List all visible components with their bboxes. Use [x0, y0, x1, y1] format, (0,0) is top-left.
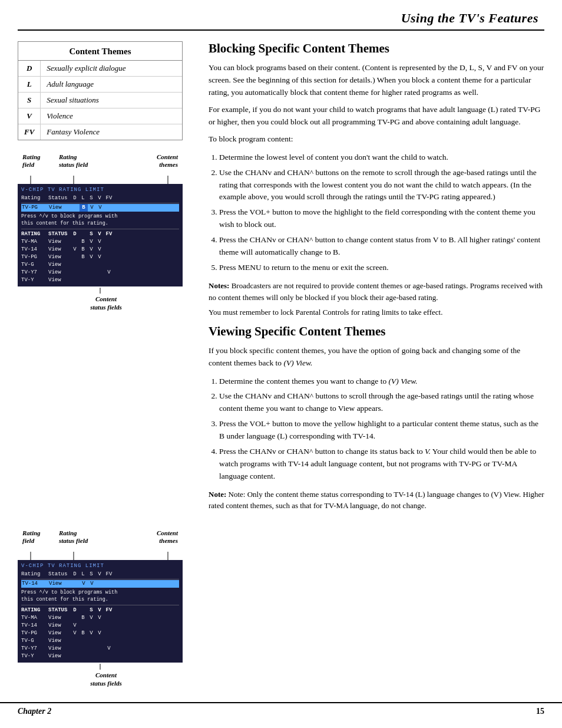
blocking-para-2: For example, if you do not want your chi…: [209, 104, 544, 129]
viewing-step-1: Determine the content themes you want to…: [219, 375, 544, 388]
viewing-step-3: Press the VOL+ button to move the yellow…: [219, 418, 544, 443]
right-column-2-spacer: [209, 523, 544, 693]
arrow-lines-2: [18, 552, 183, 560]
blocking-step-5: Press MENU to return to the menu or exit…: [219, 262, 544, 274]
content-themes-title: Content Themes: [18, 42, 182, 61]
header-title: Using the TV's Features: [401, 11, 538, 25]
tv-title-row-1: V-CHIP TV RATING LIMIT: [21, 186, 179, 194]
table-row: SSexual situations: [18, 93, 182, 108]
blocking-note-2: You must remember to lock Parental Contr…: [209, 307, 544, 318]
viewing-section-title: Viewing Specific Content Themes: [209, 324, 544, 339]
tv-notice-2: Press ^/v to block programs withthis con…: [21, 589, 179, 604]
content-status-label-2: Content status fields: [18, 671, 194, 688]
theme-description: Violence: [41, 108, 182, 124]
viewing-note-1: Note: Note: Only the content theme statu…: [209, 489, 544, 512]
table-row: VViolence: [18, 108, 182, 124]
blocking-notes: Notes: Broadcasters are not required to …: [209, 280, 544, 318]
blocking-step-4: Press the CHANv or CHAN^ button to chang…: [219, 234, 544, 259]
footer-chapter: Chapter 2: [18, 707, 51, 716]
second-screens-row: Ratingfield Ratingstatus field Contentth…: [0, 518, 562, 693]
table-row: LAdult language: [18, 77, 182, 93]
tv-screen-1: V-CHIP TV RATING LIMIT Rating Status D L…: [18, 184, 183, 286]
label-rating-status-2: Ratingstatus field: [59, 529, 88, 545]
tv-screen-2: V-CHIP TV RATING LIMIT Rating Status D L…: [18, 560, 183, 663]
theme-code: D: [18, 61, 41, 77]
viewing-step-4: Press the CHANv or CHAN^ button to chang…: [219, 446, 544, 483]
viewing-step-2: Use the CHANv and CHAN^ buttons to scrol…: [219, 390, 544, 415]
arrow-down-2: [18, 664, 183, 670]
tv-screen-section-1: Ratingfield Ratingstatus field Contentth…: [18, 153, 194, 312]
content-themes-data: DSexually explicit dialogueLAdult langua…: [18, 61, 182, 140]
blocking-section-body: You can block programs based on their co…: [209, 62, 544, 146]
table-row: DSexually explicit dialogue: [18, 61, 182, 77]
blocking-step-3: Press the VOL+ button to move the highli…: [219, 206, 544, 231]
label-rating-field-2: Ratingfield: [22, 529, 41, 545]
theme-description: Sexually explicit dialogue: [41, 61, 182, 77]
label-content-themes-1: Contentthemes: [157, 153, 178, 169]
tv-screen-section-2: Ratingfield Ratingstatus field Contentth…: [18, 529, 194, 688]
theme-code: L: [18, 77, 41, 93]
tv-title-row-2: V-CHIP TV RATING LIMIT: [21, 562, 179, 570]
theme-description: Fantasy Violence: [41, 124, 182, 140]
theme-code: S: [18, 93, 41, 108]
left-column-2: Ratingfield Ratingstatus field Contentth…: [18, 523, 194, 693]
theme-description: Adult language: [41, 77, 182, 93]
blocking-para-1: You can block programs based on their co…: [209, 62, 544, 99]
table-row: FVFantasy Violence: [18, 124, 182, 140]
content-status-label-1: Content status fields: [18, 295, 194, 312]
viewing-para-1: If you block specific content themes, yo…: [209, 345, 544, 370]
blocking-step-2: Use the CHANv and CHAN^ buttons on the r…: [219, 167, 544, 204]
blocking-step-1: Determine the lowest level of content yo…: [219, 151, 544, 164]
page-header: Using the TV's Features: [0, 0, 562, 29]
blocking-para-3: To block program content:: [209, 133, 544, 146]
footer-page: 15: [536, 707, 544, 716]
theme-description: Sexual situations: [41, 93, 182, 108]
blocking-section-title: Blocking Specific Content Themes: [209, 41, 544, 56]
theme-code: FV: [18, 124, 41, 140]
content-themes-table: Content Themes DSexually explicit dialog…: [18, 41, 183, 140]
right-column: Blocking Specific Content Themes You can…: [209, 41, 544, 518]
blocking-steps: Determine the lowest level of content yo…: [219, 151, 544, 274]
blocking-note-1: Notes: Broadcasters are not required to …: [209, 280, 544, 303]
viewing-steps: Determine the content themes you want to…: [219, 375, 544, 483]
viewing-note: Note: Note: Only the content theme statu…: [209, 489, 544, 512]
arrow-down-1: [18, 288, 183, 294]
arrow-lines-1: [18, 176, 183, 184]
main-content: Content Themes DSexually explicit dialog…: [0, 31, 562, 518]
tv-notice-1: Press ^/v to block programs withthis con…: [21, 213, 179, 228]
label-content-themes-2: Contentthemes: [157, 529, 178, 545]
page-footer: Chapter 2 15: [0, 702, 562, 716]
theme-code: V: [18, 108, 41, 124]
left-column: Content Themes DSexually explicit dialog…: [18, 41, 194, 518]
label-rating-field-1: Ratingfield: [22, 153, 41, 169]
label-rating-status-1: Ratingstatus field: [59, 153, 88, 169]
viewing-section-body: If you block specific content themes, yo…: [209, 345, 544, 370]
